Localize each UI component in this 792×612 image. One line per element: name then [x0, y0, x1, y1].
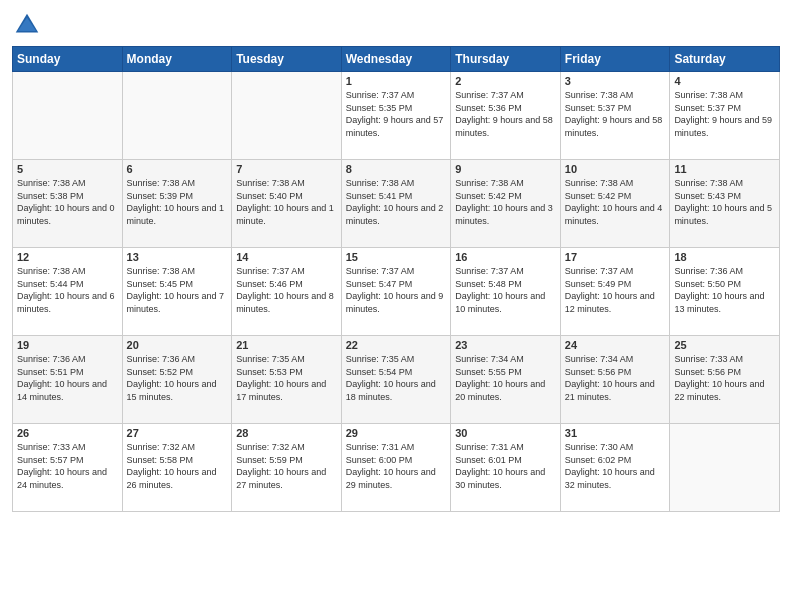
day-number: 4: [674, 75, 775, 87]
day-info: Sunrise: 7:37 AMSunset: 5:35 PMDaylight:…: [346, 89, 447, 139]
weekday-header-thursday: Thursday: [451, 47, 561, 72]
day-info: Sunrise: 7:33 AMSunset: 5:57 PMDaylight:…: [17, 441, 118, 491]
calendar-cell: 23Sunrise: 7:34 AMSunset: 5:55 PMDayligh…: [451, 336, 561, 424]
day-info: Sunrise: 7:37 AMSunset: 5:46 PMDaylight:…: [236, 265, 337, 315]
calendar-cell: [13, 72, 123, 160]
logo: [12, 10, 46, 40]
day-number: 20: [127, 339, 228, 351]
calendar-cell: 1Sunrise: 7:37 AMSunset: 5:35 PMDaylight…: [341, 72, 451, 160]
day-number: 16: [455, 251, 556, 263]
page: SundayMondayTuesdayWednesdayThursdayFrid…: [0, 0, 792, 522]
day-info: Sunrise: 7:38 AMSunset: 5:42 PMDaylight:…: [565, 177, 666, 227]
calendar-week-2: 5Sunrise: 7:38 AMSunset: 5:38 PMDaylight…: [13, 160, 780, 248]
calendar-cell: 3Sunrise: 7:38 AMSunset: 5:37 PMDaylight…: [560, 72, 670, 160]
day-info: Sunrise: 7:37 AMSunset: 5:36 PMDaylight:…: [455, 89, 556, 139]
day-number: 14: [236, 251, 337, 263]
calendar-cell: 5Sunrise: 7:38 AMSunset: 5:38 PMDaylight…: [13, 160, 123, 248]
day-number: 1: [346, 75, 447, 87]
day-number: 25: [674, 339, 775, 351]
calendar-cell: [122, 72, 232, 160]
day-info: Sunrise: 7:38 AMSunset: 5:39 PMDaylight:…: [127, 177, 228, 227]
logo-icon: [12, 10, 42, 40]
calendar-cell: 29Sunrise: 7:31 AMSunset: 6:00 PMDayligh…: [341, 424, 451, 512]
calendar-cell: 26Sunrise: 7:33 AMSunset: 5:57 PMDayligh…: [13, 424, 123, 512]
day-number: 2: [455, 75, 556, 87]
day-info: Sunrise: 7:35 AMSunset: 5:54 PMDaylight:…: [346, 353, 447, 403]
day-number: 11: [674, 163, 775, 175]
day-number: 29: [346, 427, 447, 439]
header: [12, 10, 780, 40]
day-number: 6: [127, 163, 228, 175]
day-info: Sunrise: 7:38 AMSunset: 5:37 PMDaylight:…: [565, 89, 666, 139]
day-number: 12: [17, 251, 118, 263]
day-number: 26: [17, 427, 118, 439]
day-info: Sunrise: 7:36 AMSunset: 5:50 PMDaylight:…: [674, 265, 775, 315]
calendar-cell: 15Sunrise: 7:37 AMSunset: 5:47 PMDayligh…: [341, 248, 451, 336]
calendar-cell: 25Sunrise: 7:33 AMSunset: 5:56 PMDayligh…: [670, 336, 780, 424]
calendar-cell: 12Sunrise: 7:38 AMSunset: 5:44 PMDayligh…: [13, 248, 123, 336]
calendar-week-5: 26Sunrise: 7:33 AMSunset: 5:57 PMDayligh…: [13, 424, 780, 512]
calendar-cell: 16Sunrise: 7:37 AMSunset: 5:48 PMDayligh…: [451, 248, 561, 336]
day-info: Sunrise: 7:33 AMSunset: 5:56 PMDaylight:…: [674, 353, 775, 403]
day-number: 18: [674, 251, 775, 263]
day-number: 3: [565, 75, 666, 87]
calendar-cell: 28Sunrise: 7:32 AMSunset: 5:59 PMDayligh…: [232, 424, 342, 512]
day-info: Sunrise: 7:35 AMSunset: 5:53 PMDaylight:…: [236, 353, 337, 403]
day-info: Sunrise: 7:31 AMSunset: 6:00 PMDaylight:…: [346, 441, 447, 491]
day-number: 30: [455, 427, 556, 439]
day-info: Sunrise: 7:38 AMSunset: 5:42 PMDaylight:…: [455, 177, 556, 227]
day-info: Sunrise: 7:31 AMSunset: 6:01 PMDaylight:…: [455, 441, 556, 491]
day-info: Sunrise: 7:34 AMSunset: 5:55 PMDaylight:…: [455, 353, 556, 403]
calendar-cell: 4Sunrise: 7:38 AMSunset: 5:37 PMDaylight…: [670, 72, 780, 160]
day-info: Sunrise: 7:38 AMSunset: 5:45 PMDaylight:…: [127, 265, 228, 315]
calendar-cell: 31Sunrise: 7:30 AMSunset: 6:02 PMDayligh…: [560, 424, 670, 512]
calendar-cell: 30Sunrise: 7:31 AMSunset: 6:01 PMDayligh…: [451, 424, 561, 512]
day-info: Sunrise: 7:38 AMSunset: 5:44 PMDaylight:…: [17, 265, 118, 315]
calendar-cell: 27Sunrise: 7:32 AMSunset: 5:58 PMDayligh…: [122, 424, 232, 512]
calendar-cell: 13Sunrise: 7:38 AMSunset: 5:45 PMDayligh…: [122, 248, 232, 336]
day-info: Sunrise: 7:38 AMSunset: 5:38 PMDaylight:…: [17, 177, 118, 227]
day-info: Sunrise: 7:38 AMSunset: 5:40 PMDaylight:…: [236, 177, 337, 227]
day-info: Sunrise: 7:36 AMSunset: 5:51 PMDaylight:…: [17, 353, 118, 403]
day-info: Sunrise: 7:38 AMSunset: 5:37 PMDaylight:…: [674, 89, 775, 139]
weekday-header-sunday: Sunday: [13, 47, 123, 72]
calendar-header: SundayMondayTuesdayWednesdayThursdayFrid…: [13, 47, 780, 72]
day-info: Sunrise: 7:34 AMSunset: 5:56 PMDaylight:…: [565, 353, 666, 403]
calendar-cell: 8Sunrise: 7:38 AMSunset: 5:41 PMDaylight…: [341, 160, 451, 248]
calendar-cell: 11Sunrise: 7:38 AMSunset: 5:43 PMDayligh…: [670, 160, 780, 248]
day-number: 17: [565, 251, 666, 263]
calendar-cell: 20Sunrise: 7:36 AMSunset: 5:52 PMDayligh…: [122, 336, 232, 424]
day-number: 19: [17, 339, 118, 351]
day-info: Sunrise: 7:30 AMSunset: 6:02 PMDaylight:…: [565, 441, 666, 491]
weekday-header-wednesday: Wednesday: [341, 47, 451, 72]
calendar-cell: 24Sunrise: 7:34 AMSunset: 5:56 PMDayligh…: [560, 336, 670, 424]
day-number: 23: [455, 339, 556, 351]
weekday-header-monday: Monday: [122, 47, 232, 72]
day-info: Sunrise: 7:36 AMSunset: 5:52 PMDaylight:…: [127, 353, 228, 403]
day-info: Sunrise: 7:37 AMSunset: 5:49 PMDaylight:…: [565, 265, 666, 315]
calendar-cell: 18Sunrise: 7:36 AMSunset: 5:50 PMDayligh…: [670, 248, 780, 336]
day-info: Sunrise: 7:32 AMSunset: 5:59 PMDaylight:…: [236, 441, 337, 491]
day-info: Sunrise: 7:38 AMSunset: 5:41 PMDaylight:…: [346, 177, 447, 227]
day-number: 22: [346, 339, 447, 351]
calendar-cell: [670, 424, 780, 512]
day-number: 8: [346, 163, 447, 175]
calendar-cell: 19Sunrise: 7:36 AMSunset: 5:51 PMDayligh…: [13, 336, 123, 424]
calendar-cell: 10Sunrise: 7:38 AMSunset: 5:42 PMDayligh…: [560, 160, 670, 248]
day-number: 21: [236, 339, 337, 351]
weekday-header-saturday: Saturday: [670, 47, 780, 72]
calendar-cell: 21Sunrise: 7:35 AMSunset: 5:53 PMDayligh…: [232, 336, 342, 424]
day-number: 9: [455, 163, 556, 175]
calendar-cell: 14Sunrise: 7:37 AMSunset: 5:46 PMDayligh…: [232, 248, 342, 336]
day-number: 10: [565, 163, 666, 175]
calendar-cell: [232, 72, 342, 160]
calendar-week-3: 12Sunrise: 7:38 AMSunset: 5:44 PMDayligh…: [13, 248, 780, 336]
calendar-week-4: 19Sunrise: 7:36 AMSunset: 5:51 PMDayligh…: [13, 336, 780, 424]
calendar-table: SundayMondayTuesdayWednesdayThursdayFrid…: [12, 46, 780, 512]
day-info: Sunrise: 7:37 AMSunset: 5:48 PMDaylight:…: [455, 265, 556, 315]
calendar-cell: 9Sunrise: 7:38 AMSunset: 5:42 PMDaylight…: [451, 160, 561, 248]
day-number: 24: [565, 339, 666, 351]
day-number: 7: [236, 163, 337, 175]
weekday-header-row: SundayMondayTuesdayWednesdayThursdayFrid…: [13, 47, 780, 72]
day-number: 27: [127, 427, 228, 439]
